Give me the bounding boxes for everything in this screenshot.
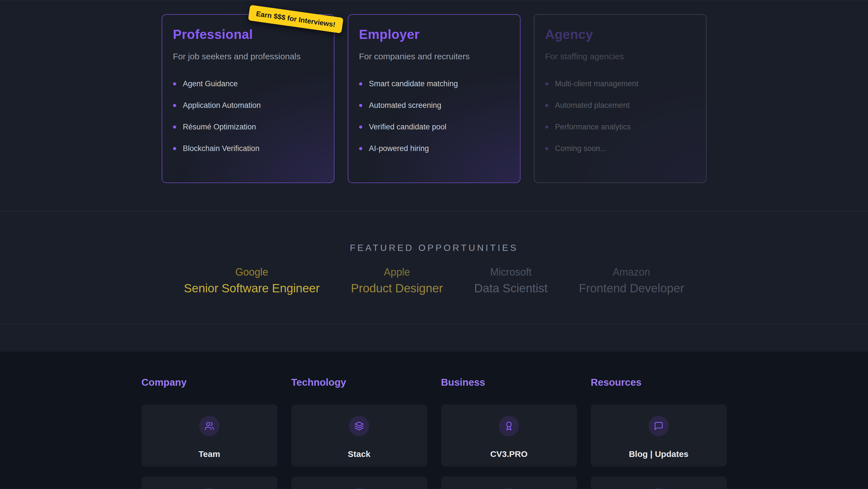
bullet-icon bbox=[173, 82, 176, 85]
footer-column-technology: Technology Stack bbox=[291, 377, 427, 489]
tier-feature-list: Agent Guidance Application Automation Ré… bbox=[173, 80, 323, 153]
featured-job-google[interactable]: Google Senior Software Engineer bbox=[184, 266, 320, 295]
bullet-icon bbox=[545, 104, 548, 107]
feature-label: Automated placement bbox=[555, 101, 630, 110]
layers-icon bbox=[349, 416, 369, 436]
tier-row: Professional For job seekers and profess… bbox=[0, 0, 868, 183]
feature-item: Automated screening bbox=[359, 101, 509, 110]
footer-link-stack[interactable]: Stack bbox=[291, 404, 427, 467]
feature-label: Multi-client management bbox=[555, 80, 639, 88]
featured-job-amazon[interactable]: Amazon Frontend Developer bbox=[579, 266, 684, 295]
feature-item: Résumé Optimization bbox=[173, 123, 323, 132]
feature-item: AI-powered hiring bbox=[359, 144, 509, 153]
feature-item: Verified candidate pool bbox=[359, 123, 509, 132]
feature-item: Blockchain Verification bbox=[173, 144, 323, 153]
job-company: Microsoft bbox=[474, 266, 548, 278]
footer-column-resources: Resources Blog | Updates bbox=[591, 377, 727, 489]
message-square-icon bbox=[648, 416, 669, 436]
job-title: Senior Software Engineer bbox=[184, 282, 320, 295]
footer-link-team[interactable]: Team bbox=[142, 404, 277, 467]
job-company: Google bbox=[184, 266, 320, 278]
tier-feature-list: Smart candidate matching Automated scree… bbox=[359, 80, 509, 153]
footer-column-heading: Technology bbox=[291, 377, 427, 388]
footer-column-business: Business CV3.PRO bbox=[441, 377, 577, 489]
feature-item: Multi-client management bbox=[545, 80, 695, 88]
footer-link-cv3pro[interactable]: CV3.PRO bbox=[441, 404, 577, 467]
tier-feature-list: Multi-client management Automated placem… bbox=[545, 80, 695, 153]
hidden-icon bbox=[199, 488, 220, 489]
featured-opportunities-section: FEATURED OPPORTUNITIES Google Senior Sof… bbox=[0, 211, 868, 324]
footer-link-hidden[interactable] bbox=[591, 477, 727, 489]
tier-card-agency: Agency For staffing agencies Multi-clien… bbox=[534, 14, 707, 183]
featured-job-apple[interactable]: Apple Product Designer bbox=[351, 266, 443, 295]
job-title: Data Scientist bbox=[474, 282, 548, 295]
feature-label: Agent Guidance bbox=[183, 80, 238, 88]
bullet-icon bbox=[173, 147, 176, 150]
featured-jobs-row: Google Senior Software Engineer Apple Pr… bbox=[0, 266, 868, 295]
award-icon bbox=[499, 416, 519, 436]
bullet-icon bbox=[359, 104, 362, 107]
featured-job-microsoft[interactable]: Microsoft Data Scientist bbox=[474, 266, 548, 295]
tier-title: Employer bbox=[359, 27, 509, 42]
job-title: Frontend Developer bbox=[579, 282, 684, 295]
footer-link-hidden[interactable] bbox=[441, 477, 577, 489]
feature-item: Automated placement bbox=[545, 101, 695, 110]
feature-label: Automated screening bbox=[369, 101, 441, 110]
feature-label: Résumé Optimization bbox=[183, 123, 256, 132]
footer-column-company: Company Team bbox=[142, 377, 277, 489]
footer-link-label: Team bbox=[198, 449, 220, 459]
hidden-icon bbox=[499, 488, 519, 489]
feature-label: Blockchain Verification bbox=[183, 144, 259, 153]
feature-item: Smart candidate matching bbox=[359, 80, 509, 88]
pricing-landing-page: Professional For job seekers and profess… bbox=[0, 0, 868, 489]
footer-link-hidden[interactable] bbox=[142, 477, 277, 489]
tier-card-employer[interactable]: Employer For companies and recruiters Sm… bbox=[348, 14, 521, 183]
feature-item: Application Automation bbox=[173, 101, 323, 110]
users-icon bbox=[199, 416, 220, 436]
feature-label: Performance analytics bbox=[555, 123, 631, 132]
footer-link-label: CV3.PRO bbox=[490, 449, 528, 459]
bullet-icon bbox=[545, 147, 548, 150]
job-company: Apple bbox=[351, 266, 443, 278]
feature-item: Agent Guidance bbox=[173, 80, 323, 88]
feature-item: Performance analytics bbox=[545, 123, 695, 132]
footer-link-blog[interactable]: Blog | Updates bbox=[591, 404, 727, 467]
feature-label: Coming soon... bbox=[555, 144, 607, 153]
footer-column-heading: Business bbox=[441, 377, 577, 388]
featured-heading: FEATURED OPPORTUNITIES bbox=[0, 211, 868, 253]
job-title: Product Designer bbox=[351, 282, 443, 295]
bullet-icon bbox=[173, 125, 176, 128]
tier-card-professional[interactable]: Professional For job seekers and profess… bbox=[162, 14, 335, 183]
tier-subtitle: For job seekers and professionals bbox=[173, 52, 323, 61]
tier-title: Agency bbox=[545, 27, 695, 42]
feature-label: Smart candidate matching bbox=[369, 80, 458, 88]
feature-label: Verified candidate pool bbox=[369, 123, 446, 132]
footer-link-label: Blog | Updates bbox=[629, 449, 688, 459]
footer: Company Team Technology bbox=[0, 352, 868, 489]
section-divider-strip bbox=[0, 324, 868, 352]
hidden-icon bbox=[349, 488, 369, 489]
feature-label: AI-powered hiring bbox=[369, 144, 429, 153]
footer-column-heading: Company bbox=[142, 377, 277, 388]
bullet-icon bbox=[173, 104, 176, 107]
tier-title: Professional bbox=[173, 27, 323, 42]
bullet-icon bbox=[359, 82, 362, 85]
tier-subtitle: For companies and recruiters bbox=[359, 52, 509, 61]
footer-link-label: Stack bbox=[348, 449, 370, 459]
bullet-icon bbox=[359, 125, 362, 128]
footer-columns: Company Team Technology bbox=[0, 377, 868, 489]
feature-label: Application Automation bbox=[183, 101, 261, 110]
bullet-icon bbox=[359, 147, 362, 150]
feature-item: Coming soon... bbox=[545, 144, 695, 153]
tier-subtitle: For staffing agencies bbox=[545, 52, 695, 61]
footer-link-hidden[interactable] bbox=[291, 477, 427, 489]
tier-section: Professional For job seekers and profess… bbox=[0, 0, 868, 211]
bullet-icon bbox=[545, 82, 548, 85]
footer-column-heading: Resources bbox=[591, 377, 727, 388]
job-company: Amazon bbox=[579, 266, 684, 278]
bullet-icon bbox=[545, 125, 548, 128]
hidden-icon bbox=[648, 488, 669, 489]
